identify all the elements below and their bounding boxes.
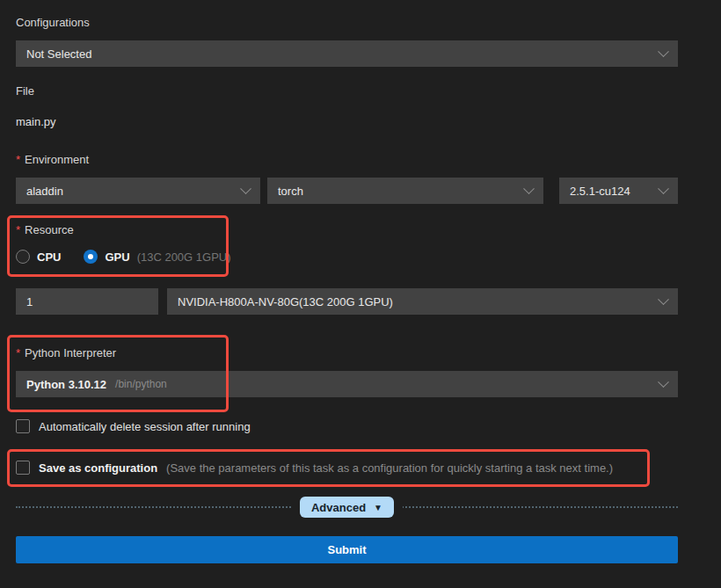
environment-row: aladdin torch 2.5.1-cu124 (16, 178, 678, 204)
required-asterisk: * (16, 223, 20, 236)
advanced-container: Advanced ▼ (16, 497, 678, 518)
python-path-value: /bin/python (115, 378, 659, 390)
gpu-radio[interactable] (84, 250, 98, 264)
advanced-button-label: Advanced (311, 501, 366, 514)
configurations-dropdown[interactable]: Not Selected (16, 40, 678, 67)
chevron-down-icon (523, 183, 535, 194)
file-value: main.py (16, 115, 56, 128)
file-label: File (16, 84, 34, 98)
resource-label: Resource (25, 223, 74, 236)
environment-label-row: * Environment (16, 153, 89, 166)
configurations-dropdown-value: Not Selected (26, 47, 659, 61)
advanced-button[interactable]: Advanced ▼ (300, 497, 394, 518)
resource-radio-group: CPU GPU (13C 200G 1GPU) (16, 249, 231, 265)
save-config-row: Save as configuration (Save the paramete… (16, 461, 613, 475)
chevron-down-icon (658, 183, 669, 194)
resource-label-row: * Resource (16, 223, 74, 236)
environment-framework-value: torch (278, 185, 525, 198)
auto-delete-label[interactable]: Automatically delete session after runni… (39, 420, 251, 433)
save-config-checkbox[interactable] (16, 461, 30, 475)
cpu-radio[interactable] (16, 250, 30, 264)
caret-down-icon: ▼ (374, 503, 382, 512)
environment-label: Environment (25, 153, 89, 166)
environment-version-dropdown[interactable]: 2.5.1-cu124 (559, 178, 678, 204)
save-config-label[interactable]: Save as configuration (39, 461, 157, 475)
chevron-down-icon (658, 46, 669, 57)
configurations-label: Configurations (16, 16, 90, 29)
submit-button-label: Submit (327, 543, 366, 556)
gpu-type-dropdown[interactable]: NVIDIA-H800A-NV-80G(13C 200G 1GPU) (167, 288, 678, 315)
environment-version-value: 2.5.1-cu124 (570, 185, 659, 198)
auto-delete-row: Automatically delete session after runni… (16, 419, 251, 433)
environment-name-value: aladdin (26, 185, 242, 198)
chevron-down-icon (658, 376, 669, 388)
gpu-count-input[interactable]: 1 (16, 288, 158, 315)
environment-name-dropdown[interactable]: aladdin (16, 178, 260, 204)
environment-framework-dropdown[interactable]: torch (267, 178, 543, 204)
chevron-down-icon (240, 183, 251, 194)
gpu-count-value: 1 (26, 295, 33, 309)
python-interpreter-label: Python Interpreter (25, 346, 116, 359)
submit-button[interactable]: Submit (16, 536, 678, 563)
python-interpreter-dropdown[interactable]: Python 3.10.12 /bin/python (16, 371, 678, 397)
required-asterisk: * (16, 153, 20, 166)
chevron-down-icon (658, 294, 669, 305)
cpu-radio-label[interactable]: CPU (37, 250, 61, 264)
gpu-resource-hint: (13C 200G 1GPU) (137, 250, 231, 264)
gpu-type-value: NVIDIA-H800A-NV-80G(13C 200G 1GPU) (178, 295, 659, 309)
required-asterisk: * (16, 346, 20, 359)
save-config-hint: (Save the parameters of this task as a c… (166, 461, 613, 475)
advanced-button-wrap: Advanced ▼ (291, 497, 403, 518)
python-version-value: Python 3.10.12 (26, 378, 106, 391)
auto-delete-checkbox[interactable] (16, 419, 30, 433)
python-interpreter-label-row: * Python Interpreter (16, 346, 116, 359)
gpu-radio-label[interactable]: GPU (105, 250, 129, 264)
gpu-config-row: 1 NVIDIA-H800A-NV-80G(13C 200G 1GPU) (16, 288, 678, 315)
